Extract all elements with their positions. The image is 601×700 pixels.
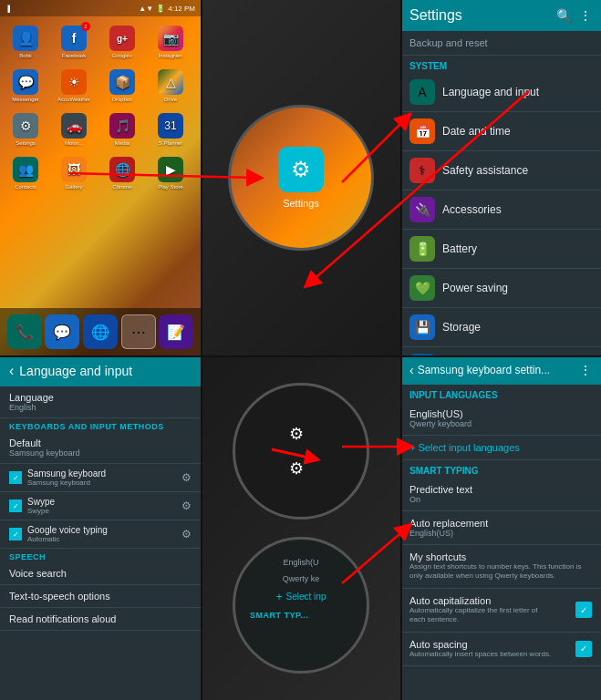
app-drive[interactable]: △ Drive — [150, 66, 191, 106]
settings-title: Settings — [409, 7, 462, 24]
google-voice-check[interactable]: ✓ — [9, 528, 22, 540]
read-notifications-item[interactable]: Read notifications aloud — [0, 608, 201, 631]
smart-typing-section-label: SMART TYPING — [400, 460, 601, 478]
settings-safety[interactable]: ⚕ Safety assistance — [400, 151, 601, 190]
app-bobii[interactable]: 👤 Bobii — [5, 22, 46, 62]
select-input-zoom-circle: English(U Qwerty ke + Select inp SMART T… — [233, 537, 369, 674]
speech-section-label: SPEECH — [0, 549, 201, 562]
battery-label: Battery — [442, 242, 477, 255]
battery-icon-settings: 🔋 — [409, 236, 435, 262]
settings-accessories[interactable]: 🔌 Accessories — [400, 190, 601, 230]
dock-snote[interactable]: 📝 — [159, 314, 193, 349]
app-dropbox[interactable]: 📦 Dropbox — [102, 66, 142, 106]
settings-backup-reset[interactable]: Backup and reset — [400, 31, 601, 56]
language-icon: A — [409, 79, 435, 105]
keyboard-more-icon[interactable]: ⋮ — [579, 363, 592, 377]
safety-icon: ⚕ — [409, 158, 435, 183]
swype-check[interactable]: ✓ — [9, 499, 22, 512]
backup-reset-label: Backup and reset — [409, 37, 488, 48]
back-arrow-icon[interactable]: ‹ — [9, 363, 14, 379]
svg-line-0 — [272, 449, 313, 458]
samsung-keyboard-gear-icon[interactable]: ⚙ — [181, 471, 192, 484]
app-contacts[interactable]: 👥 Contacts — [5, 153, 46, 193]
keyboard-back-arrow[interactable]: ‹ — [409, 363, 414, 377]
settings-battery[interactable]: 🔋 Battery — [400, 230, 601, 269]
auto-replacement-item[interactable]: Auto replacement English(US) — [400, 511, 601, 545]
date-time-label: Date and time — [442, 125, 511, 138]
select-input-languages-label: + Select input languages — [409, 442, 592, 453]
more-icon[interactable]: ⋮ — [579, 8, 592, 23]
select-input-languages-item[interactable]: + Select input languages — [400, 436, 601, 460]
samsung-keyboard-panel: ‹ Samsung keyboard settin... ⋮ INPUT LAN… — [400, 355, 601, 700]
app-accuweather[interactable]: ☀ AccuWeather — [54, 66, 94, 106]
voice-search-item[interactable]: Voice search — [0, 562, 201, 585]
tts-item[interactable]: Text-to-speech options — [0, 585, 201, 608]
settings-header: Settings 🔍 ⋮ — [400, 0, 601, 31]
swype-text: Swype Swype — [27, 497, 181, 515]
dock: 📞 💬 🌐 ⋯ 📝 — [0, 308, 201, 355]
app-gallery[interactable]: 🖼 Gallery — [54, 153, 94, 193]
keyboards-section-label: KEYBOARDS AND INPUT METHODS — [0, 418, 201, 432]
accessories-icon: 🔌 — [409, 197, 435, 222]
settings-icon-zoomed: ⚙ — [278, 147, 324, 192]
status-bar: ▐ ▲▼ 🔋 4:12 PM — [0, 0, 201, 16]
settings-language-input[interactable]: A Language and input — [400, 73, 601, 112]
language-input-panel: ‹ Language and input Language English KE… — [0, 355, 201, 700]
keyboard-settings-header: ‹ Samsung keyboard settin... ⋮ — [400, 355, 601, 385]
app-instagram[interactable]: 📷 Instagram — [150, 22, 191, 62]
time-display: 4:12 PM — [168, 5, 195, 13]
dock-apps[interactable]: ⋯ — [121, 314, 156, 349]
select-input-text: Select inp — [286, 592, 326, 602]
dock-phone[interactable]: 📞 — [7, 314, 42, 349]
dock-messages[interactable]: 💬 — [45, 314, 79, 349]
storage-label: Storage — [442, 321, 481, 334]
settings-header-actions: 🔍 ⋮ — [556, 8, 592, 23]
keyboard-settings-title: Samsung keyboard settin... — [418, 364, 550, 376]
language-item[interactable]: Language English — [0, 386, 201, 418]
battery-icon: 🔋 — [156, 5, 165, 13]
settings-power-saving[interactable]: 💚 Power saving — [400, 269, 601, 308]
auto-capitalization-item[interactable]: Auto capitalization Automatically capita… — [400, 589, 601, 633]
plus-icon: + — [276, 591, 283, 603]
app-settings[interactable]: ⚙ Settings — [5, 109, 46, 149]
predictive-text-item[interactable]: Predictive text On — [400, 478, 601, 511]
dock-internet[interactable]: 🌐 — [83, 314, 118, 349]
swype-item[interactable]: ✓ Swype Swype ⚙ — [0, 492, 201, 520]
default-item[interactable]: Default Samsung keyboard — [0, 432, 201, 464]
auto-spacing-item[interactable]: Auto spacing Automatically insert spaces… — [400, 633, 601, 666]
settings-panel: Settings 🔍 ⋮ Backup and reset SYSTEM A L… — [400, 0, 601, 355]
smart-typing-label: SMART TYP... — [235, 611, 308, 620]
swype-gear-icon[interactable]: ⚙ — [181, 499, 192, 512]
input-lang-item[interactable]: English(US) Qwerty keyboard — [400, 402, 601, 436]
status-right: ▲▼ 🔋 4:12 PM — [139, 5, 195, 13]
gear-zoom-circle: ⚙ ⚙ — [233, 383, 369, 520]
app-facebook[interactable]: f Facebook 2 — [54, 22, 94, 62]
settings-storage[interactable]: 💾 Storage — [400, 308, 601, 347]
settings-label-zoomed: Settings — [278, 198, 324, 209]
samsung-keyboard-item[interactable]: ✓ Samsung keyboard Samsung keyboard ⚙ — [0, 464, 201, 492]
safety-label: Safety assistance — [442, 164, 528, 177]
app-media[interactable]: 🎵 Media — [102, 109, 142, 149]
app-motor[interactable]: 🚗 Motor... — [54, 109, 94, 149]
app-google-plus[interactable]: g+ Google+ — [102, 22, 142, 62]
app-messenger[interactable]: 💬 Messenger — [5, 66, 46, 106]
settings-zoom-circle: ⚙ Settings — [228, 105, 374, 251]
auto-cap-text: Auto capitalization Automatically capita… — [409, 595, 555, 625]
google-voice-item[interactable]: ✓ Google voice typing Automatic ⚙ — [0, 520, 201, 549]
app-chrome[interactable]: 🌐 Chrome — [102, 153, 142, 193]
google-voice-gear-icon[interactable]: ⚙ — [181, 528, 192, 540]
auto-cap-checkbox[interactable]: ✓ — [575, 602, 592, 618]
settings-security[interactable]: 🔒 Security — [400, 347, 601, 355]
qwerty-text: Qwerty ke — [270, 574, 333, 583]
app-playstore[interactable]: ▶ Play Store — [150, 153, 191, 193]
search-icon[interactable]: 🔍 — [556, 8, 572, 23]
app-calendar[interactable]: 31 S Planner — [150, 109, 191, 149]
auto-spacing-checkbox[interactable]: ✓ — [575, 641, 592, 657]
auto-spacing-text: Auto spacing Automatically insert spaces… — [409, 639, 551, 659]
settings-date-time[interactable]: 📅 Date and time — [400, 112, 601, 151]
storage-icon: 💾 — [409, 314, 435, 340]
samsung-keyboard-text: Samsung keyboard Samsung keyboard — [27, 468, 181, 487]
samsung-keyboard-check[interactable]: ✓ — [9, 471, 22, 484]
power-saving-label: Power saving — [442, 282, 508, 294]
my-shortcuts-item[interactable]: My shortcuts Assign text shortcuts to nu… — [400, 545, 601, 589]
